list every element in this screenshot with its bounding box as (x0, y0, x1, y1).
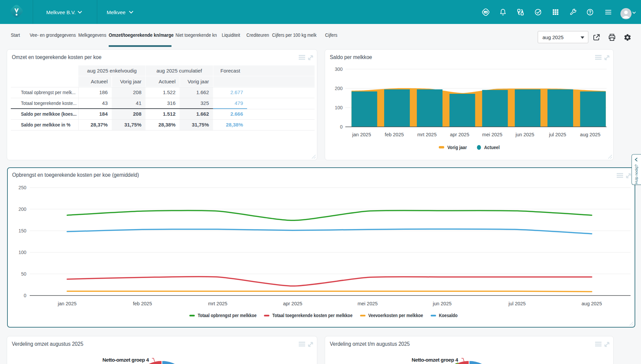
svg-text:jul 2025: jul 2025 (549, 132, 566, 137)
svg-text:feb 2025: feb 2025 (133, 301, 152, 306)
svg-text:jul 2025: jul 2025 (508, 301, 526, 306)
svg-text:mrt 2025: mrt 2025 (208, 301, 227, 306)
svg-text:50: 50 (21, 271, 26, 277)
svg-text:jun 2025: jun 2025 (515, 132, 534, 137)
svg-text:mei 2025: mei 2025 (357, 301, 378, 306)
svg-text:jan 2025: jan 2025 (57, 301, 77, 306)
svg-text:jun 2025: jun 2025 (432, 301, 452, 306)
svg-text:apr 2025: apr 2025 (283, 301, 302, 306)
svg-text:mei 2025: mei 2025 (482, 132, 503, 137)
svg-text:100: 100 (19, 250, 27, 255)
svg-text:0: 0 (24, 293, 26, 298)
svg-text:150: 150 (19, 228, 27, 233)
svg-text:aug 2025: aug 2025 (580, 132, 600, 137)
svg-text:250: 250 (19, 185, 27, 190)
svg-text:0: 0 (340, 124, 343, 130)
svg-text:mrt 2025: mrt 2025 (417, 132, 436, 137)
svg-text:jan 2025: jan 2025 (352, 132, 371, 137)
svg-text:100: 100 (335, 105, 343, 110)
svg-text:aug 2025: aug 2025 (582, 301, 602, 306)
svg-text:200: 200 (19, 206, 27, 212)
svg-text:apr 2025: apr 2025 (450, 132, 469, 137)
svg-text:feb 2025: feb 2025 (385, 132, 404, 137)
svg-text:200: 200 (335, 86, 343, 91)
svg-text:300: 300 (335, 66, 343, 72)
